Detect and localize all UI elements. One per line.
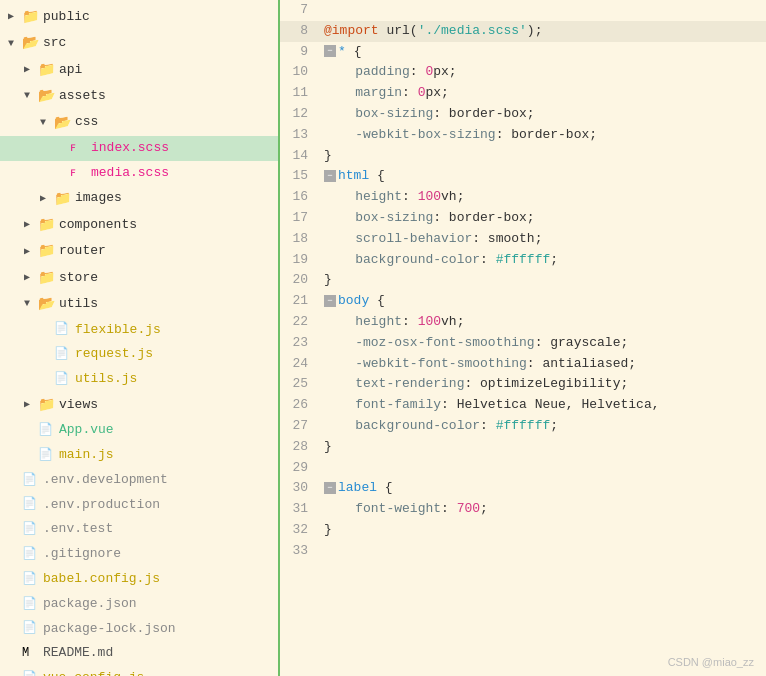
line-content-15: −html { xyxy=(316,166,766,187)
line-content-28: } xyxy=(316,437,766,458)
line-content-13: -webkit-box-sizing: border-box; xyxy=(316,125,766,146)
tree-item-babel-config[interactable]: 📄 babel.config.js xyxy=(0,567,278,592)
code-editor: 7 8 @import url('./media.scss'); 9 −* { … xyxy=(280,0,766,676)
tree-item-api[interactable]: ▶ 📁 api xyxy=(0,57,278,83)
file-icon-readme: M xyxy=(22,644,40,663)
chevron-package-lock xyxy=(8,621,22,637)
editor-line-18: 18 scroll-behavior: smooth; xyxy=(280,229,766,250)
label-src: src xyxy=(43,33,66,54)
line-content-10: padding: 0px; xyxy=(316,62,766,83)
tree-item-flexible-js[interactable]: 📄 flexible.js xyxy=(0,318,278,343)
chevron-components: ▶ xyxy=(24,217,38,233)
folder-icon-src: 📂 xyxy=(22,32,40,54)
folder-icon-store: 📁 xyxy=(38,267,56,289)
editor-content: 7 8 @import url('./media.scss'); 9 −* { … xyxy=(280,0,766,562)
tree-item-utils-js[interactable]: 📄 utils.js xyxy=(0,367,278,392)
editor-line-33: 33 xyxy=(280,541,766,562)
chevron-request-js xyxy=(40,347,54,363)
chevron-env-dev xyxy=(8,472,22,488)
line-num-15: 15 xyxy=(280,166,316,187)
file-icon-request-js: 📄 xyxy=(54,345,72,364)
tree-item-src[interactable]: ▼ 📂 src xyxy=(0,30,278,56)
label-package-lock: package-lock.json xyxy=(43,619,176,640)
line-content-8: @import url('./media.scss'); xyxy=(316,21,766,42)
tree-item-views[interactable]: ▶ 📁 views xyxy=(0,392,278,418)
folder-icon-api: 📁 xyxy=(38,59,56,81)
tree-item-env-prod[interactable]: 📄 .env.production xyxy=(0,493,278,518)
editor-line-16: 16 height: 100vh; xyxy=(280,187,766,208)
line-content-9: −* { xyxy=(316,42,766,63)
file-tree[interactable]: ▶ 📁 public ▼ 📂 src ▶ 📁 api ▼ 📂 assets ▼ … xyxy=(0,0,280,676)
line-num-18: 18 xyxy=(280,229,316,250)
tree-item-components[interactable]: ▶ 📁 components xyxy=(0,212,278,238)
tree-item-readme[interactable]: M README.md xyxy=(0,641,278,666)
tree-item-main-js[interactable]: 📄 main.js xyxy=(0,443,278,468)
tree-item-env-test[interactable]: 📄 .env.test xyxy=(0,517,278,542)
line-content-27: background-color: #ffffff; xyxy=(316,416,766,437)
line-num-28: 28 xyxy=(280,437,316,458)
editor-line-25: 25 text-rendering: optimizeLegibility; xyxy=(280,374,766,395)
file-icon-package-json: 📄 xyxy=(22,595,40,614)
line-content-26: font-family: Helvetica Neue, Helvetica, xyxy=(316,395,766,416)
label-assets: assets xyxy=(59,86,106,107)
line-content-16: height: 100vh; xyxy=(316,187,766,208)
line-content-31: font-weight: 700; xyxy=(316,499,766,520)
line-num-20: 20 xyxy=(280,270,316,291)
folder-icon-components: 📁 xyxy=(38,214,56,236)
line-num-24: 24 xyxy=(280,354,316,375)
line-num-8: 8 xyxy=(280,21,316,42)
tree-item-index-scss[interactable]: ꜰ index.scss xyxy=(0,136,278,161)
folder-icon-assets: 📂 xyxy=(38,85,56,107)
editor-line-28: 28 } xyxy=(280,437,766,458)
editor-line-14: 14 } xyxy=(280,146,766,167)
editor-line-21: 21 −body { xyxy=(280,291,766,312)
file-icon-package-lock: 📄 xyxy=(22,619,40,638)
tree-item-package-json[interactable]: 📄 package.json xyxy=(0,592,278,617)
file-icon-main-js: 📄 xyxy=(38,446,56,465)
tree-item-css[interactable]: ▼ 📂 css xyxy=(0,110,278,136)
chevron-index-scss xyxy=(56,140,70,156)
tree-item-utils[interactable]: ▼ 📂 utils xyxy=(0,291,278,317)
tree-item-request-js[interactable]: 📄 request.js xyxy=(0,342,278,367)
tree-item-package-lock[interactable]: 📄 package-lock.json xyxy=(0,617,278,642)
editor-line-15: 15 −html { xyxy=(280,166,766,187)
chevron-babel-config xyxy=(8,571,22,587)
file-icon-gitignore: 📄 xyxy=(22,545,40,564)
chevron-css: ▼ xyxy=(40,115,54,131)
fold-30[interactable]: − xyxy=(324,482,336,494)
tree-item-public[interactable]: ▶ 📁 public xyxy=(0,4,278,30)
editor-line-31: 31 font-weight: 700; xyxy=(280,499,766,520)
tree-item-gitignore[interactable]: 📄 .gitignore xyxy=(0,542,278,567)
folder-icon-router: 📁 xyxy=(38,240,56,262)
label-media-scss: media.scss xyxy=(91,163,169,184)
watermark: CSDN @miao_zz xyxy=(668,656,754,668)
editor-line-12: 12 box-sizing: border-box; xyxy=(280,104,766,125)
line-num-26: 26 xyxy=(280,395,316,416)
label-vue-config: vue.config.js xyxy=(43,668,144,676)
tree-item-env-dev[interactable]: 📄 .env.development xyxy=(0,468,278,493)
tree-item-assets[interactable]: ▼ 📂 assets xyxy=(0,83,278,109)
line-content-17: box-sizing: border-box; xyxy=(316,208,766,229)
line-content-19: background-color: #ffffff; xyxy=(316,250,766,271)
fold-9[interactable]: − xyxy=(324,45,336,57)
tree-item-images[interactable]: ▶ 📁 images xyxy=(0,186,278,212)
folder-icon-public: 📁 xyxy=(22,6,40,28)
editor-line-13: 13 -webkit-box-sizing: border-box; xyxy=(280,125,766,146)
tree-item-app-vue[interactable]: 📄 App.vue xyxy=(0,418,278,443)
fold-15[interactable]: − xyxy=(324,170,336,182)
label-views: views xyxy=(59,395,98,416)
chevron-views: ▶ xyxy=(24,397,38,413)
tree-item-media-scss[interactable]: ꜰ media.scss xyxy=(0,161,278,186)
tree-item-router[interactable]: ▶ 📁 router xyxy=(0,238,278,264)
line-num-14: 14 xyxy=(280,146,316,167)
fold-21[interactable]: − xyxy=(324,295,336,307)
tree-item-vue-config[interactable]: 📄 vue.config.js xyxy=(0,666,278,676)
chevron-main-js xyxy=(24,447,38,463)
label-babel-config: babel.config.js xyxy=(43,569,160,590)
tree-item-store[interactable]: ▶ 📁 store xyxy=(0,265,278,291)
editor-line-11: 11 margin: 0px; xyxy=(280,83,766,104)
file-icon-env-test: 📄 xyxy=(22,520,40,539)
editor-line-22: 22 height: 100vh; xyxy=(280,312,766,333)
line-num-13: 13 xyxy=(280,125,316,146)
file-icon-utils-js: 📄 xyxy=(54,370,72,389)
